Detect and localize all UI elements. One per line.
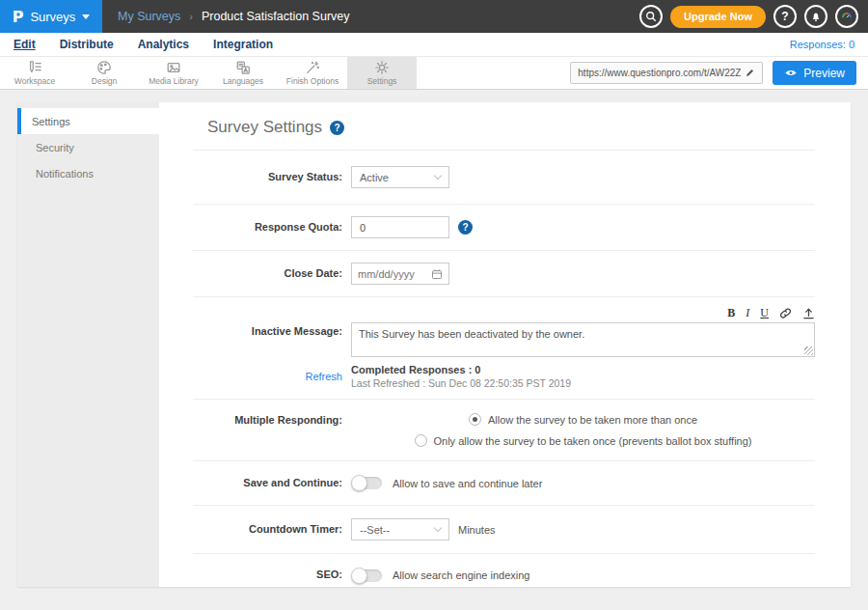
resize-handle[interactable] xyxy=(804,347,813,355)
toolbar-item-finish-options[interactable]: Finish Options xyxy=(278,57,347,89)
underline-icon[interactable]: U xyxy=(760,307,769,319)
section-tabs: Edit Distribute Analytics Integration Re… xyxy=(0,33,868,56)
survey-url-input[interactable] xyxy=(578,68,741,78)
title-row: Survey Settings ? xyxy=(193,102,815,151)
toolbar-item-label: Languages xyxy=(223,76,263,86)
toolbar-item-workspace[interactable]: Workspace xyxy=(0,57,69,89)
multiple-responding-label: Multiple Responding: xyxy=(193,413,342,428)
questionpro-logo-icon: P xyxy=(13,8,24,26)
survey-status-select[interactable]: Active xyxy=(351,166,449,188)
upgrade-now-button[interactable]: Upgrade Now xyxy=(670,6,766,28)
survey-status-value: Active xyxy=(360,172,389,183)
save-and-continue-description: Allow to save and continue later xyxy=(393,478,542,489)
radio-unselected-icon[interactable] xyxy=(415,434,427,447)
sidebar-item-notifications[interactable]: Notifications xyxy=(17,160,159,186)
completed-responses-text: Completed Responses : 0 xyxy=(351,364,815,375)
survey-url-box xyxy=(570,62,763,84)
translate-icon xyxy=(235,60,251,75)
search-button[interactable] xyxy=(639,5,663,28)
toolbar-item-label: Workspace xyxy=(14,76,55,86)
row-survey-status: Survey Status: Active xyxy=(193,151,815,205)
countdown-timer-value: --Set-- xyxy=(360,524,390,536)
tab-analytics[interactable]: Analytics xyxy=(138,38,189,51)
eye-icon xyxy=(784,68,798,78)
toolbar-item-languages[interactable]: Languages xyxy=(208,57,278,89)
survey-status-label: Survey Status: xyxy=(193,170,342,184)
preview-button-label: Preview xyxy=(803,67,845,80)
countdown-timer-select[interactable]: --Set-- xyxy=(351,518,449,541)
row-seo: SEO: Allow search engine indexing xyxy=(193,554,815,587)
row-close-date: Close Date: xyxy=(193,251,815,297)
search-icon xyxy=(645,11,657,22)
rich-text-toolbar: B I U xyxy=(351,305,815,320)
settings-content: Survey Settings ? Survey Status: Active … xyxy=(159,102,851,587)
chevron-down-icon xyxy=(434,524,442,532)
image-icon xyxy=(166,60,181,75)
gear-icon xyxy=(374,60,390,75)
toolbar-item-label: Finish Options xyxy=(286,76,339,86)
bold-icon[interactable]: B xyxy=(727,307,735,319)
calendar-icon[interactable] xyxy=(431,268,443,280)
chevron-down-icon xyxy=(434,172,442,180)
surveys-menu[interactable]: P Surveys xyxy=(0,0,102,33)
countdown-timer-label: Countdown Timer: xyxy=(193,522,342,537)
response-quota-input[interactable] xyxy=(351,216,449,238)
refresh-link[interactable]: Refresh xyxy=(305,370,342,384)
toolbar-item-media-library[interactable]: Media Library xyxy=(139,57,208,89)
toolbar-item-settings[interactable]: Settings xyxy=(347,57,417,89)
radio-option-multiple-allowed[interactable]: Allow the survey to be taken more than o… xyxy=(469,413,697,426)
settings-sidebar: Settings Security Notifications xyxy=(17,102,159,587)
responses-count[interactable]: Responses: 0 xyxy=(790,39,854,50)
close-date-label: Close Date: xyxy=(193,266,342,281)
palette-icon xyxy=(96,60,112,75)
radio-option-only-once[interactable]: Only allow the survey to be taken once (… xyxy=(415,434,752,447)
inactive-message-textarea[interactable]: This Survey has been deactivated by the … xyxy=(351,322,815,357)
row-countdown-timer: Countdown Timer: --Set-- Minutes xyxy=(193,506,815,554)
breadcrumb-my-surveys[interactable]: My Surveys xyxy=(118,10,180,23)
sidebar-item-security[interactable]: Security xyxy=(17,134,159,160)
close-date-field xyxy=(351,263,449,285)
toolbar-item-label: Settings xyxy=(367,76,397,86)
save-and-continue-label: Save and Continue: xyxy=(193,476,342,490)
row-inactive-message: Inactive Message: Refresh B I U This Sur… xyxy=(193,297,815,400)
notifications-button[interactable] xyxy=(804,5,827,28)
row-response-quota: Response Quota: ? xyxy=(193,205,815,251)
survey-settings-help-icon[interactable]: ? xyxy=(330,121,344,135)
seo-toggle[interactable] xyxy=(353,569,382,582)
radio-selected-icon[interactable] xyxy=(469,413,481,426)
inactive-message-label: Inactive Message: xyxy=(252,324,342,339)
help-button[interactable]: ? xyxy=(773,5,797,28)
image-upload-icon[interactable] xyxy=(802,307,815,319)
toolbar-item-label: Design xyxy=(92,76,117,86)
row-multiple-responding: Multiple Responding: Allow the survey to… xyxy=(193,400,815,461)
question-mark-icon: ? xyxy=(781,10,788,23)
tab-distribute[interactable]: Distribute xyxy=(60,38,114,51)
page-title: Survey Settings xyxy=(207,118,322,137)
row-save-and-continue: Save and Continue: Allow to save and con… xyxy=(193,461,815,506)
breadcrumb: My Surveys › Product Satisfaction Survey xyxy=(118,10,350,23)
magic-wand-icon xyxy=(305,60,320,75)
toolbar-item-label: Media Library xyxy=(149,76,199,86)
breadcrumb-separator: › xyxy=(189,11,193,22)
tab-integration[interactable]: Integration xyxy=(213,38,273,51)
seo-description: Allow search engine indexing xyxy=(393,569,529,581)
save-and-continue-toggle[interactable] xyxy=(353,477,382,489)
sidebar-item-settings[interactable]: Settings xyxy=(17,108,159,134)
preview-button[interactable]: Preview xyxy=(773,61,856,85)
close-date-input[interactable] xyxy=(358,268,427,280)
countdown-timer-suffix: Minutes xyxy=(458,524,496,536)
tab-edit[interactable]: Edit xyxy=(14,38,36,51)
settings-panel: Settings Security Notifications Survey S… xyxy=(17,102,851,587)
response-quota-label: Response Quota: xyxy=(193,220,342,235)
surveys-menu-label: Surveys xyxy=(30,10,75,24)
workspace-icon xyxy=(27,60,42,75)
bell-icon xyxy=(810,11,822,22)
completed-responses-block: Completed Responses : 0 Last Refreshed :… xyxy=(351,364,815,389)
link-icon[interactable] xyxy=(779,307,792,319)
gauge-icon xyxy=(840,10,854,23)
account-meter-button[interactable] xyxy=(835,5,858,28)
toolbar-item-design[interactable]: Design xyxy=(69,57,139,89)
italic-icon[interactable]: I xyxy=(746,307,749,319)
edit-url-pencil-icon[interactable] xyxy=(745,68,755,78)
response-quota-help-icon[interactable]: ? xyxy=(458,220,473,235)
